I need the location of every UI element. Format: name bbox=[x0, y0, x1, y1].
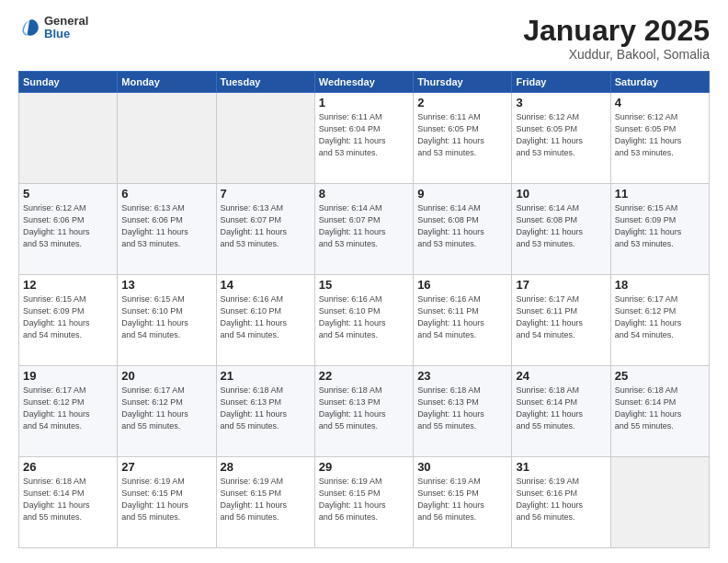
day-header-sunday: Sunday bbox=[19, 72, 118, 93]
calendar-cell: 16Sunrise: 6:16 AM Sunset: 6:11 PM Dayli… bbox=[414, 275, 512, 366]
day-number: 26 bbox=[23, 460, 113, 474]
day-number: 10 bbox=[516, 187, 606, 201]
logo-icon bbox=[18, 17, 40, 39]
day-number: 8 bbox=[319, 187, 409, 201]
calendar-week-row: 1Sunrise: 6:11 AM Sunset: 6:04 PM Daylig… bbox=[19, 93, 710, 184]
calendar-cell: 8Sunrise: 6:14 AM Sunset: 6:07 PM Daylig… bbox=[314, 184, 413, 275]
calendar-cell: 26Sunrise: 6:18 AM Sunset: 6:14 PM Dayli… bbox=[19, 457, 118, 548]
logo-blue: Blue bbox=[44, 28, 88, 40]
calendar-cell: 24Sunrise: 6:18 AM Sunset: 6:14 PM Dayli… bbox=[512, 366, 610, 457]
calendar-cell: 1Sunrise: 6:11 AM Sunset: 6:04 PM Daylig… bbox=[314, 93, 413, 184]
day-number: 3 bbox=[516, 96, 606, 109]
day-number: 7 bbox=[221, 187, 311, 201]
day-info: Sunrise: 6:18 AM Sunset: 6:14 PM Dayligh… bbox=[516, 385, 606, 432]
day-number: 20 bbox=[121, 369, 211, 383]
calendar-table: SundayMondayTuesdayWednesdayThursdayFrid… bbox=[18, 71, 710, 548]
calendar-header-row: SundayMondayTuesdayWednesdayThursdayFrid… bbox=[19, 72, 710, 93]
calendar-week-row: 5Sunrise: 6:12 AM Sunset: 6:06 PM Daylig… bbox=[19, 184, 710, 275]
day-number: 6 bbox=[121, 187, 211, 201]
day-info: Sunrise: 6:19 AM Sunset: 6:15 PM Dayligh… bbox=[417, 476, 507, 523]
day-number: 22 bbox=[319, 369, 409, 383]
day-info: Sunrise: 6:19 AM Sunset: 6:15 PM Dayligh… bbox=[221, 476, 311, 523]
day-number: 24 bbox=[516, 369, 606, 383]
day-info: Sunrise: 6:18 AM Sunset: 6:13 PM Dayligh… bbox=[319, 385, 409, 432]
day-header-monday: Monday bbox=[118, 72, 216, 93]
calendar-cell: 31Sunrise: 6:19 AM Sunset: 6:16 PM Dayli… bbox=[512, 457, 610, 548]
day-number: 23 bbox=[417, 369, 507, 383]
calendar-cell: 23Sunrise: 6:18 AM Sunset: 6:13 PM Dayli… bbox=[414, 366, 512, 457]
calendar-cell: 22Sunrise: 6:18 AM Sunset: 6:13 PM Dayli… bbox=[314, 366, 413, 457]
day-number: 12 bbox=[23, 278, 113, 292]
day-info: Sunrise: 6:12 AM Sunset: 6:05 PM Dayligh… bbox=[516, 111, 606, 159]
day-number: 27 bbox=[121, 460, 211, 474]
calendar-cell bbox=[216, 93, 314, 184]
logo: General Blue bbox=[18, 15, 88, 41]
day-number: 4 bbox=[615, 96, 705, 109]
day-info: Sunrise: 6:15 AM Sunset: 6:10 PM Dayligh… bbox=[121, 293, 211, 341]
calendar-week-row: 12Sunrise: 6:15 AM Sunset: 6:09 PM Dayli… bbox=[19, 275, 710, 366]
day-info: Sunrise: 6:16 AM Sunset: 6:10 PM Dayligh… bbox=[319, 293, 409, 341]
calendar-cell: 28Sunrise: 6:19 AM Sunset: 6:15 PM Dayli… bbox=[216, 457, 314, 548]
calendar-cell: 20Sunrise: 6:17 AM Sunset: 6:12 PM Dayli… bbox=[118, 366, 216, 457]
day-number: 13 bbox=[121, 278, 211, 292]
calendar-cell: 18Sunrise: 6:17 AM Sunset: 6:12 PM Dayli… bbox=[610, 275, 709, 366]
day-info: Sunrise: 6:16 AM Sunset: 6:10 PM Dayligh… bbox=[221, 293, 311, 341]
day-info: Sunrise: 6:13 AM Sunset: 6:07 PM Dayligh… bbox=[221, 202, 311, 250]
calendar-cell: 17Sunrise: 6:17 AM Sunset: 6:11 PM Dayli… bbox=[512, 275, 610, 366]
day-number: 2 bbox=[417, 96, 507, 109]
page: General Blue January 2025 Xuddur, Bakool… bbox=[0, 0, 728, 563]
calendar-cell: 5Sunrise: 6:12 AM Sunset: 6:06 PM Daylig… bbox=[19, 184, 118, 275]
calendar-cell: 21Sunrise: 6:18 AM Sunset: 6:13 PM Dayli… bbox=[216, 366, 314, 457]
day-info: Sunrise: 6:14 AM Sunset: 6:08 PM Dayligh… bbox=[516, 202, 606, 250]
day-header-tuesday: Tuesday bbox=[216, 72, 314, 93]
day-number: 9 bbox=[417, 187, 507, 201]
calendar-cell bbox=[19, 93, 118, 184]
calendar-week-row: 19Sunrise: 6:17 AM Sunset: 6:12 PM Dayli… bbox=[19, 366, 710, 457]
calendar-cell: 14Sunrise: 6:16 AM Sunset: 6:10 PM Dayli… bbox=[216, 275, 314, 366]
day-number: 21 bbox=[221, 369, 311, 383]
calendar-cell: 10Sunrise: 6:14 AM Sunset: 6:08 PM Dayli… bbox=[512, 184, 610, 275]
day-header-friday: Friday bbox=[512, 72, 610, 93]
calendar-cell: 25Sunrise: 6:18 AM Sunset: 6:14 PM Dayli… bbox=[610, 366, 709, 457]
day-info: Sunrise: 6:19 AM Sunset: 6:15 PM Dayligh… bbox=[319, 476, 409, 523]
day-number: 11 bbox=[615, 187, 705, 201]
calendar-cell: 9Sunrise: 6:14 AM Sunset: 6:08 PM Daylig… bbox=[414, 184, 512, 275]
day-info: Sunrise: 6:17 AM Sunset: 6:11 PM Dayligh… bbox=[516, 293, 606, 341]
day-number: 30 bbox=[417, 460, 507, 474]
calendar-cell: 12Sunrise: 6:15 AM Sunset: 6:09 PM Dayli… bbox=[19, 275, 118, 366]
day-info: Sunrise: 6:15 AM Sunset: 6:09 PM Dayligh… bbox=[615, 202, 705, 250]
day-info: Sunrise: 6:18 AM Sunset: 6:14 PM Dayligh… bbox=[23, 476, 113, 523]
day-info: Sunrise: 6:11 AM Sunset: 6:04 PM Dayligh… bbox=[319, 111, 409, 159]
day-header-thursday: Thursday bbox=[414, 72, 512, 93]
day-number: 15 bbox=[319, 278, 409, 292]
day-info: Sunrise: 6:18 AM Sunset: 6:13 PM Dayligh… bbox=[417, 385, 507, 432]
calendar-cell: 30Sunrise: 6:19 AM Sunset: 6:15 PM Dayli… bbox=[414, 457, 512, 548]
day-info: Sunrise: 6:17 AM Sunset: 6:12 PM Dayligh… bbox=[615, 293, 705, 341]
day-number: 28 bbox=[221, 460, 311, 474]
day-info: Sunrise: 6:19 AM Sunset: 6:16 PM Dayligh… bbox=[516, 476, 606, 523]
day-number: 31 bbox=[516, 460, 606, 474]
day-number: 25 bbox=[615, 369, 705, 383]
day-info: Sunrise: 6:18 AM Sunset: 6:13 PM Dayligh… bbox=[221, 385, 311, 432]
calendar-cell: 7Sunrise: 6:13 AM Sunset: 6:07 PM Daylig… bbox=[216, 184, 314, 275]
calendar-cell bbox=[118, 93, 216, 184]
day-info: Sunrise: 6:13 AM Sunset: 6:06 PM Dayligh… bbox=[121, 202, 211, 250]
day-number: 18 bbox=[615, 278, 705, 292]
day-number: 19 bbox=[23, 369, 113, 383]
day-header-wednesday: Wednesday bbox=[314, 72, 413, 93]
day-info: Sunrise: 6:19 AM Sunset: 6:15 PM Dayligh… bbox=[121, 476, 211, 523]
calendar-cell: 15Sunrise: 6:16 AM Sunset: 6:10 PM Dayli… bbox=[314, 275, 413, 366]
calendar-cell bbox=[610, 457, 709, 548]
day-info: Sunrise: 6:14 AM Sunset: 6:07 PM Dayligh… bbox=[319, 202, 409, 250]
day-number: 29 bbox=[319, 460, 409, 474]
day-number: 1 bbox=[319, 96, 409, 109]
day-info: Sunrise: 6:16 AM Sunset: 6:11 PM Dayligh… bbox=[417, 293, 507, 341]
day-number: 14 bbox=[221, 278, 311, 292]
day-info: Sunrise: 6:11 AM Sunset: 6:05 PM Dayligh… bbox=[417, 111, 507, 159]
calendar-cell: 2Sunrise: 6:11 AM Sunset: 6:05 PM Daylig… bbox=[414, 93, 512, 184]
day-info: Sunrise: 6:14 AM Sunset: 6:08 PM Dayligh… bbox=[417, 202, 507, 250]
day-number: 16 bbox=[417, 278, 507, 292]
calendar-cell: 19Sunrise: 6:17 AM Sunset: 6:12 PM Dayli… bbox=[19, 366, 118, 457]
day-number: 5 bbox=[23, 187, 113, 201]
day-info: Sunrise: 6:17 AM Sunset: 6:12 PM Dayligh… bbox=[23, 385, 113, 432]
